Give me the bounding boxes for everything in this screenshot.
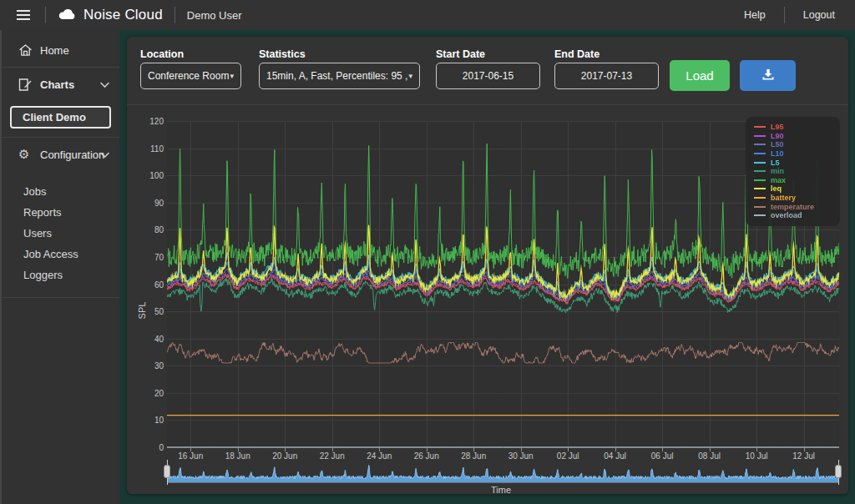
- legend-swatch: [754, 188, 766, 189]
- end-date-label: End Date: [554, 48, 600, 60]
- sidebar-item-users[interactable]: Users: [2, 223, 119, 244]
- legend-swatch: [754, 144, 766, 145]
- legend-item-L5[interactable]: L5: [754, 158, 840, 167]
- legend-item-temperature[interactable]: temperature: [754, 202, 840, 211]
- help-link[interactable]: Help: [737, 6, 772, 24]
- legend-swatch: [754, 197, 766, 199]
- legend-swatch: [754, 126, 766, 128]
- statistics-label: Statistics: [259, 48, 306, 60]
- topbar-divider: [784, 7, 785, 23]
- sidebar-item-label: Charts: [40, 78, 74, 91]
- y-tick-label: 50: [139, 307, 164, 316]
- y-tick-label: 0: [139, 443, 164, 452]
- legend-label: L50: [771, 140, 784, 149]
- sidebar-divider: [2, 297, 119, 298]
- brand[interactable]: Noise Cloud: [58, 7, 163, 23]
- sidebar-item-client-demo[interactable]: Client Demo: [10, 106, 111, 129]
- legend-label: L5: [771, 159, 780, 167]
- logout-link[interactable]: Logout: [797, 6, 842, 24]
- statistics-select[interactable]: 15min, A, Fast, Percentiles: 95 ,90 , ▾: [259, 63, 420, 89]
- y-tick-label: 70: [139, 252, 164, 261]
- caret-down-icon: ▾: [230, 72, 234, 80]
- legend-item-overload[interactable]: overload: [754, 211, 840, 220]
- user-name: Demo User: [187, 9, 242, 22]
- main-panel: Location Conference Room ▾ Statistics 15…: [127, 37, 848, 494]
- chart-legend: L95L90L50L10L5minmaxleqbatterytemperatur…: [746, 117, 840, 226]
- legend-label: L95: [771, 123, 784, 131]
- legend-label: leq: [771, 184, 782, 193]
- top-bar: Noise Cloud Demo User Help Logout: [0, 0, 855, 30]
- selected-chart-label: Client Demo: [23, 111, 86, 123]
- legend-label: L90: [771, 132, 784, 140]
- legend-label: L10: [771, 149, 784, 158]
- legend-label: battery: [771, 194, 796, 202]
- chevron-down-icon: [100, 149, 109, 161]
- legend-swatch: [754, 206, 766, 208]
- hamburger-menu-icon[interactable]: [13, 7, 33, 23]
- app-window: Noise Cloud Demo User Help Logout Home C…: [0, 0, 855, 504]
- start-date-input[interactable]: [436, 63, 540, 89]
- home-icon: [18, 43, 40, 57]
- y-tick-label: 110: [139, 144, 164, 153]
- sidebar-item-jobs[interactable]: Jobs: [2, 181, 119, 202]
- legend-item-min[interactable]: min: [754, 167, 840, 176]
- location-label: Location: [140, 48, 184, 60]
- legend-label: max: [771, 176, 786, 184]
- app-title: Noise Cloud: [83, 7, 163, 23]
- start-date-label: Start Date: [436, 48, 485, 60]
- topbar-divider: [175, 7, 175, 23]
- y-tick-label: 80: [139, 225, 164, 234]
- y-tick-label: 10: [139, 416, 164, 425]
- legend-swatch: [754, 170, 766, 172]
- statistics-value: 15min, A, Fast, Percentiles: 95 ,90 ,: [260, 70, 408, 82]
- y-tick-label: 100: [139, 171, 164, 180]
- legend-item-L10[interactable]: L10: [754, 149, 840, 159]
- load-button[interactable]: Load: [670, 60, 730, 91]
- legend-swatch: [754, 179, 766, 181]
- legend-item-battery[interactable]: battery: [754, 194, 840, 203]
- y-tick-label: 120: [139, 117, 164, 126]
- topbar-divider: [45, 7, 46, 23]
- caret-down-icon: ▾: [408, 72, 412, 80]
- legend-label: overload: [771, 211, 802, 219]
- legend-item-max[interactable]: max: [754, 176, 840, 185]
- download-button[interactable]: [740, 60, 796, 91]
- sidebar-item-reports[interactable]: Reports: [2, 202, 119, 223]
- cloud-icon: [58, 8, 77, 23]
- chart-region: SPL 1201101009080706050403020100 16 Jun1…: [127, 105, 848, 494]
- legend-swatch: [754, 162, 766, 164]
- navigator-right-handle[interactable]: [835, 465, 842, 478]
- spl-time-chart[interactable]: [167, 121, 839, 453]
- sidebar-config-list: JobsReportsUsersJob AccessLoggers: [2, 181, 119, 285]
- sidebar-divider: [2, 137, 119, 138]
- sidebar-item-loggers[interactable]: Loggers: [2, 265, 119, 285]
- sidebar-item-charts[interactable]: Charts: [2, 69, 119, 99]
- location-select[interactable]: Conference Room ▾: [140, 63, 241, 89]
- legend-item-L50[interactable]: L50: [754, 140, 840, 149]
- sidebar-divider: [2, 67, 119, 68]
- y-tick-label: 30: [139, 361, 164, 370]
- location-value: Conference Room: [141, 70, 230, 82]
- navigator-left-handle[interactable]: [164, 465, 170, 478]
- legend-item-L90[interactable]: L90: [754, 132, 840, 141]
- end-date-input[interactable]: [554, 63, 659, 89]
- y-tick-label: 60: [139, 280, 164, 289]
- legend-label: temperature: [771, 203, 814, 211]
- sidebar-item-label: Home: [40, 44, 69, 57]
- gear-icon: ⚙: [18, 147, 40, 162]
- legend-item-L95[interactable]: L95: [754, 123, 840, 132]
- legend-swatch: [754, 214, 766, 216]
- legend-item-leq[interactable]: leq: [754, 184, 840, 194]
- download-icon: [761, 68, 775, 83]
- legend-swatch: [754, 135, 766, 137]
- x-axis-title: Time: [491, 485, 511, 495]
- legend-swatch: [754, 153, 766, 154]
- sidebar-item-label: Configuration: [40, 149, 104, 161]
- sidebar-item-configuration[interactable]: ⚙ Configuration: [2, 139, 119, 169]
- chart-navigator[interactable]: [167, 461, 839, 483]
- sidebar-item-home[interactable]: Home: [2, 35, 119, 65]
- sidebar-item-job-access[interactable]: Job Access: [2, 244, 119, 265]
- chevron-down-icon: [100, 78, 109, 91]
- y-tick-label: 90: [139, 198, 164, 207]
- chart-note-icon: [18, 78, 40, 92]
